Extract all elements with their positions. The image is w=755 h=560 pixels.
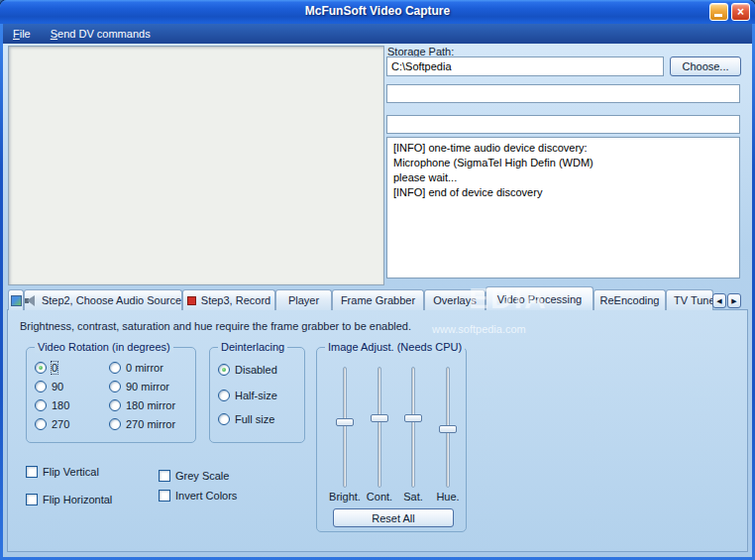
reset-all-button[interactable]: Reset All bbox=[333, 508, 454, 527]
slider-thumb[interactable] bbox=[439, 425, 457, 433]
brightness-label: Bright. bbox=[325, 491, 365, 503]
checkbox-icon bbox=[26, 494, 38, 505]
radio-icon bbox=[109, 399, 121, 411]
tab-label: Video Processing bbox=[497, 293, 582, 305]
radio-label: 0 bbox=[52, 362, 57, 374]
video-rotation-group-title: Video Rotation (in degrees) bbox=[35, 341, 173, 353]
radio-icon bbox=[109, 418, 121, 430]
window-title: McFunSoft Video Capture bbox=[0, 4, 755, 18]
radio-deinterlacing-half-size[interactable]: Half-size bbox=[218, 390, 277, 401]
checkbox-label: Grey Scale bbox=[175, 470, 229, 482]
close-button[interactable]: × bbox=[731, 3, 750, 21]
deinterlacing-group-title: Deinterlacing bbox=[218, 341, 287, 353]
checkbox-flip-vertical[interactable]: Flip Vertical bbox=[26, 466, 99, 478]
speaker-icon bbox=[25, 295, 37, 306]
tab-step2-choose-audio-source[interactable]: Step2, Choose Audio Source bbox=[24, 289, 182, 310]
tab-tv-tuner[interactable]: TV Tuner bbox=[666, 289, 713, 310]
checkbox-icon bbox=[159, 470, 170, 482]
saturation-slider[interactable] bbox=[403, 367, 423, 488]
checkbox-grey-scale[interactable]: Grey Scale bbox=[159, 470, 229, 482]
scroll-right-icon: ▶ bbox=[731, 297, 736, 304]
tab-player[interactable]: Player bbox=[275, 289, 332, 310]
aux-input-2[interactable] bbox=[386, 115, 740, 134]
radio-rotation-180-mirror[interactable]: 180 mirror bbox=[109, 399, 175, 411]
video-source-icon bbox=[11, 295, 22, 306]
checkbox-icon bbox=[26, 466, 38, 478]
tab-label: TV Tuner bbox=[674, 294, 713, 306]
tab-label: Step2, Choose Audio Source bbox=[42, 294, 181, 306]
checkbox-flip-horizontal[interactable]: Flip Horizontal bbox=[26, 494, 112, 505]
tab-label: Frame Grabber bbox=[341, 294, 415, 306]
checkbox-invert-colors[interactable]: Invert Colors bbox=[159, 490, 237, 502]
brightness-slider[interactable] bbox=[335, 367, 355, 488]
record-icon bbox=[187, 296, 196, 305]
log-output[interactable]: [INFO] one-time audio device discovery: … bbox=[386, 137, 740, 279]
slider-track bbox=[343, 367, 347, 488]
radio-label: 180 bbox=[52, 399, 69, 411]
scroll-left-icon: ◀ bbox=[716, 297, 721, 304]
contrast-slider[interactable] bbox=[370, 367, 389, 488]
slider-track bbox=[378, 367, 381, 488]
slider-thumb[interactable] bbox=[336, 418, 354, 426]
tab-label: Player bbox=[288, 294, 319, 306]
saturation-label: Sat. bbox=[393, 491, 433, 503]
choose-button[interactable]: Choose... bbox=[670, 56, 741, 76]
checkbox-icon bbox=[159, 490, 170, 502]
slider-track bbox=[411, 367, 415, 488]
radio-icon bbox=[218, 390, 230, 401]
radio-rotation-0-mirror[interactable]: 0 mirror bbox=[109, 362, 163, 374]
radio-rotation-270-mirror[interactable]: 270 mirror bbox=[109, 418, 175, 430]
client-area: Storage Path: Choose... [INFO] one-time … bbox=[3, 44, 752, 557]
slider-thumb[interactable] bbox=[404, 414, 422, 422]
radio-label: 270 bbox=[52, 418, 69, 430]
radio-label: 0 mirror bbox=[126, 362, 163, 374]
radio-deinterlacing-full-size[interactable]: Full size bbox=[218, 413, 274, 425]
tab-partial[interactable] bbox=[8, 289, 24, 310]
storage-path-input[interactable] bbox=[386, 56, 664, 76]
tab-label: Overlays bbox=[433, 294, 476, 306]
tab-scroll-buttons: ◀ ▶ bbox=[712, 293, 741, 308]
tab-scroll-left-button[interactable]: ◀ bbox=[712, 293, 726, 308]
radio-rotation-270[interactable]: 270 bbox=[35, 418, 69, 430]
menu-file[interactable]: File bbox=[13, 28, 31, 40]
checkbox-label: Flip Vertical bbox=[43, 466, 99, 478]
tab-overlays[interactable]: Overlays bbox=[424, 289, 485, 310]
radio-label: 90 bbox=[52, 381, 63, 392]
tab-frame-grabber[interactable]: Frame Grabber bbox=[332, 289, 424, 310]
radio-label: Half-size bbox=[235, 390, 277, 401]
log-line: please wait... bbox=[393, 170, 733, 185]
radio-icon bbox=[35, 399, 47, 411]
tab-step3-record[interactable]: Step3, Record bbox=[182, 289, 275, 310]
radio-icon bbox=[109, 381, 121, 392]
video-preview-area bbox=[8, 46, 384, 285]
menu-send-dv-commands[interactable]: Send DV commands bbox=[51, 28, 151, 40]
frame-grabber-note: Brightness, contrast, saturation and hue… bbox=[20, 320, 411, 332]
close-icon: × bbox=[737, 5, 744, 19]
radio-icon bbox=[35, 418, 47, 430]
tab-video-processing[interactable]: Video Processing bbox=[485, 286, 593, 310]
minimize-button[interactable] bbox=[709, 3, 728, 21]
hue-label: Hue. bbox=[428, 491, 468, 503]
tab-strip: Step2, Choose Audio Source Step3, Record… bbox=[3, 286, 752, 310]
radio-rotation-90[interactable]: 90 bbox=[35, 381, 63, 392]
log-line: [INFO] end of device discovery bbox=[393, 185, 733, 200]
title-bar[interactable]: McFunSoft Video Capture × bbox=[0, 0, 755, 24]
tab-scroll-right-button[interactable]: ▶ bbox=[727, 293, 741, 308]
hue-slider[interactable] bbox=[438, 367, 458, 488]
tab-reencoding[interactable]: ReEncoding bbox=[593, 289, 666, 310]
radio-label: 180 mirror bbox=[126, 399, 175, 411]
radio-icon bbox=[109, 362, 121, 374]
radio-icon bbox=[35, 381, 47, 392]
video-processing-panel: Brightness, contrast, saturation and hue… bbox=[7, 309, 748, 552]
radio-deinterlacing-disabled[interactable]: Disabled bbox=[218, 364, 277, 376]
video-rotation-group: Video Rotation (in degrees) 0 90 180 270 bbox=[26, 347, 196, 443]
tab-label: Step3, Record bbox=[201, 294, 270, 306]
aux-input-1[interactable] bbox=[386, 84, 740, 103]
radio-rotation-180[interactable]: 180 bbox=[35, 399, 69, 411]
radio-rotation-0[interactable]: 0 bbox=[35, 362, 57, 374]
app-window: McFunSoft Video Capture × File Send DV c… bbox=[0, 0, 755, 560]
radio-icon bbox=[35, 362, 47, 374]
radio-rotation-90-mirror[interactable]: 90 mirror bbox=[109, 381, 169, 392]
radio-label: Disabled bbox=[235, 364, 277, 376]
slider-thumb[interactable] bbox=[371, 414, 388, 422]
